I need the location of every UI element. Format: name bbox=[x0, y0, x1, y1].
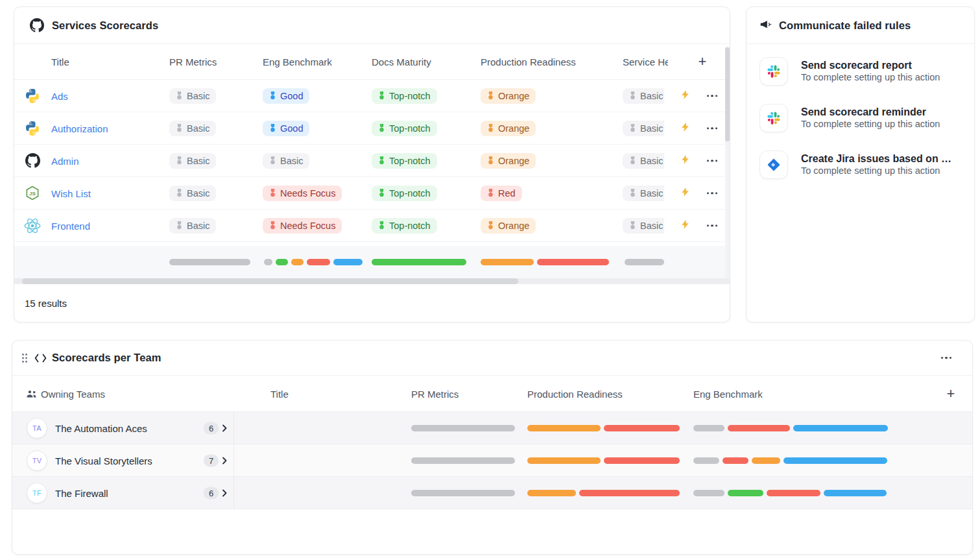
production-readiness-badge: Red bbox=[481, 186, 522, 201]
production-readiness-badge: Orange bbox=[481, 218, 536, 234]
vertical-scrollbar-thumb[interactable] bbox=[725, 47, 730, 141]
widget-header: Scorecards per Team bbox=[12, 341, 972, 376]
team-count-badge: 7 bbox=[204, 454, 219, 466]
table-row-wish-list[interactable]: JS Wish List Basic Needs Focus Top-notch… bbox=[14, 177, 730, 210]
pr-metrics-summary-bar bbox=[169, 259, 250, 265]
rule-item-send-scorecard-report[interactable]: Send scorecard report To complete settin… bbox=[747, 48, 974, 95]
widget-title: Scorecards per Team bbox=[52, 352, 161, 364]
row-menu-button[interactable] bbox=[703, 222, 721, 230]
docs-maturity-badge: Top-notch bbox=[372, 186, 437, 201]
team-name: The Visual Storytellers bbox=[55, 455, 152, 466]
column-header-service-health[interactable]: Service Health bbox=[623, 56, 668, 67]
rule-item-create-jira-issues[interactable]: Create Jira issues based on … To complet… bbox=[747, 141, 974, 188]
service-health-badge: Basic bbox=[623, 186, 664, 201]
eng-benchmark-bar bbox=[693, 490, 887, 496]
eng-benchmark-bar bbox=[693, 457, 887, 464]
row-menu-button[interactable] bbox=[703, 189, 721, 197]
eng-benchmark-badge: Basic bbox=[263, 153, 309, 169]
add-column-button[interactable]: + bbox=[941, 384, 961, 404]
run-action-bolt-icon[interactable] bbox=[681, 90, 689, 103]
widget-header: Services Scorecards bbox=[14, 7, 730, 44]
column-header-production-readiness[interactable]: Production Readiness bbox=[527, 388, 623, 399]
svg-text:JS: JS bbox=[29, 191, 36, 197]
entity-link[interactable]: Admin bbox=[51, 155, 79, 166]
rule-text: Send scorecard reminder To complete sett… bbox=[801, 106, 961, 130]
row-menu-button[interactable] bbox=[703, 125, 721, 132]
eng-benchmark-badge: Needs Focus bbox=[263, 218, 342, 234]
entity-link[interactable]: Wish List bbox=[51, 187, 91, 199]
entity-link[interactable]: Authorization bbox=[51, 123, 108, 134]
drag-handle-icon[interactable] bbox=[20, 350, 29, 366]
widget-header: Communicate failed rules bbox=[747, 7, 974, 44]
vertical-scrollbar[interactable] bbox=[725, 46, 730, 278]
production-readiness-badge: Orange bbox=[481, 121, 536, 136]
team-count-badge: 6 bbox=[204, 422, 219, 434]
table-row-admin[interactable]: Admin Basic Basic Top-notch Orange Basic bbox=[14, 145, 730, 177]
run-action-bolt-icon[interactable] bbox=[681, 154, 689, 167]
medal-icon bbox=[269, 91, 276, 100]
rule-subtitle: To complete setting up this action bbox=[801, 119, 940, 129]
team-name: The Firewall bbox=[55, 487, 108, 498]
entity-link[interactable]: Frontend bbox=[51, 220, 90, 231]
table-row-ads[interactable]: Ads Basic Good Top-notch Orange Basic bbox=[14, 80, 730, 112]
service-health-badge: Basic bbox=[623, 218, 664, 234]
widget-title: Communicate failed rules bbox=[779, 19, 911, 32]
team-avatar: TV bbox=[27, 450, 47, 471]
team-avatar: TF bbox=[27, 483, 47, 503]
rule-title: Send scorecard report bbox=[801, 60, 912, 71]
chevron-right-icon[interactable] bbox=[221, 424, 228, 432]
widget-title: Services Scorecards bbox=[52, 19, 158, 32]
nodejs-icon: JS bbox=[24, 185, 41, 202]
service-health-badge: Basic bbox=[623, 121, 664, 136]
megaphone-icon bbox=[759, 19, 772, 32]
run-action-bolt-icon[interactable] bbox=[681, 219, 689, 232]
rule-item-send-scorecard-reminder[interactable]: Send scorecard reminder To complete sett… bbox=[747, 95, 974, 141]
run-action-bolt-icon[interactable] bbox=[681, 122, 689, 135]
column-header-eng-benchmark[interactable]: Eng Benchmark bbox=[693, 388, 763, 399]
column-header-eng-benchmark[interactable]: Eng Benchmark bbox=[263, 56, 332, 67]
pr-metrics-badge: Basic bbox=[169, 88, 216, 104]
pr-metrics-badge: Basic bbox=[169, 153, 216, 169]
summary-row bbox=[14, 246, 730, 278]
table-row-frontend[interactable]: Frontend Basic Needs Focus Top-notch Ora… bbox=[14, 210, 730, 242]
docs-maturity-badge: Top-notch bbox=[372, 88, 437, 104]
service-health-badge: Basic bbox=[623, 153, 664, 169]
column-header-pr-metrics[interactable]: PR Metrics bbox=[169, 56, 217, 67]
pr-metrics-badge: Basic bbox=[169, 218, 216, 234]
entity-link[interactable]: Ads bbox=[51, 90, 68, 101]
services-scorecards-widget: Services Scorecards Title PR Metrics Eng… bbox=[14, 6, 730, 322]
chevron-right-icon[interactable] bbox=[221, 457, 228, 465]
column-header-production-readiness[interactable]: Production Readiness bbox=[481, 56, 576, 67]
slack-icon bbox=[759, 57, 788, 86]
medal-icon bbox=[176, 91, 183, 100]
jira-icon bbox=[759, 151, 788, 179]
column-header-owning-teams[interactable]: Owning Teams bbox=[41, 388, 105, 399]
communicate-failed-rules-widget: Communicate failed rules Send scorecard … bbox=[746, 6, 975, 322]
rule-title: Send scorecard reminder bbox=[801, 106, 926, 117]
row-menu-button[interactable] bbox=[703, 92, 721, 100]
chevron-right-icon[interactable] bbox=[221, 489, 228, 497]
scorecards-per-team-widget: Scorecards per Team Owning Teams Title P… bbox=[12, 340, 973, 555]
horizontal-scrollbar[interactable] bbox=[14, 278, 730, 284]
rule-subtitle: To complete setting up this action bbox=[801, 165, 940, 176]
team-row-automation-aces[interactable]: TA The Automation Aces 6 bbox=[12, 412, 972, 444]
table-row-authorization[interactable]: Authorization Basic Good Top-notch Orang… bbox=[14, 112, 730, 145]
column-header-docs-maturity[interactable]: Docs Maturity bbox=[372, 56, 431, 67]
widget-menu-button[interactable] bbox=[936, 353, 957, 363]
column-header-title[interactable]: Title bbox=[51, 56, 69, 67]
team-avatar: TA bbox=[27, 418, 47, 439]
team-row-firewall[interactable]: TF The Firewall 6 bbox=[12, 477, 972, 509]
team-row-visual-storytellers[interactable]: TV The Visual Storytellers 7 bbox=[12, 444, 972, 477]
rule-title: Create Jira issues based on … bbox=[801, 153, 951, 164]
row-menu-button[interactable] bbox=[703, 157, 721, 165]
horizontal-scrollbar-thumb[interactable] bbox=[22, 278, 518, 284]
column-header-pr-metrics[interactable]: PR Metrics bbox=[411, 388, 459, 399]
column-header-title[interactable]: Title bbox=[270, 388, 289, 399]
eng-benchmark-badge: Needs Focus bbox=[263, 186, 342, 201]
run-action-bolt-icon[interactable] bbox=[681, 187, 689, 200]
pr-metrics-bar bbox=[411, 490, 515, 496]
service-health-summary-bar bbox=[625, 259, 664, 265]
python-icon bbox=[24, 120, 41, 137]
add-column-button[interactable]: + bbox=[693, 52, 712, 71]
pr-metrics-badge: Basic bbox=[169, 121, 216, 136]
